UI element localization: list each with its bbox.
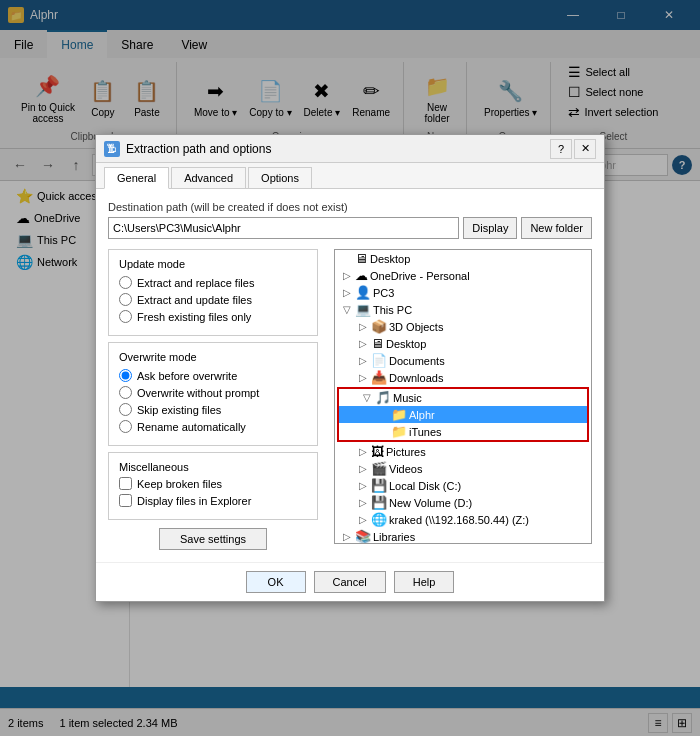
expand-icon: ▽ (359, 392, 375, 403)
documents-icon: 📄 (371, 353, 387, 368)
overwrite-mode-title: Overwrite mode (119, 351, 307, 363)
skip-existing-radio[interactable] (119, 403, 132, 416)
expand-icon: ▷ (355, 338, 371, 349)
tree-view[interactable]: 🖥 Desktop ▷ ☁ OneDrive - Personal ▷ 👤 PC… (334, 249, 592, 544)
tree-item-this-pc[interactable]: ▽ 💻 This PC (335, 301, 591, 318)
tree-item-kraked[interactable]: ▷ 🌐 kraked (\\192.168.50.44) (Z:) (335, 511, 591, 528)
onedrive-tree-icon: ☁ (355, 268, 368, 283)
tree-item-local-disk[interactable]: ▷ 💾 Local Disk (C:) (335, 477, 591, 494)
tree-item-label: OneDrive - Personal (370, 270, 470, 282)
tree-item-pc3[interactable]: ▷ 👤 PC3 (335, 284, 591, 301)
dialog-icon: 🗜 (104, 141, 120, 157)
expand-icon: ▷ (339, 270, 355, 281)
tree-item-label: Libraries (373, 531, 415, 543)
tree-item-label: Music (393, 392, 422, 404)
save-settings-button[interactable]: Save settings (159, 528, 267, 550)
dialog-tab-general[interactable]: General (104, 167, 169, 189)
tree-item-new-volume[interactable]: ▷ 💾 New Volume (D:) (335, 494, 591, 511)
expand-icon: ▽ (339, 304, 355, 315)
misc-box: Miscellaneous Keep broken files Display … (108, 452, 318, 520)
tree-item-3d-objects[interactable]: ▷ 📦 3D Objects (335, 318, 591, 335)
options-column: Update mode Extract and replace files Ex… (108, 249, 318, 550)
new-volume-icon: 💾 (371, 495, 387, 510)
display-in-explorer-option[interactable]: Display files in Explorer (119, 494, 307, 507)
expand-icon: ▷ (355, 514, 371, 525)
expand-icon: ▷ (355, 463, 371, 474)
pc3-icon: 👤 (355, 285, 371, 300)
expand-icon: ▷ (355, 321, 371, 332)
overwrite-no-prompt-radio[interactable] (119, 386, 132, 399)
expand-icon: ▷ (355, 497, 371, 508)
tree-item-label: kraked (\\192.168.50.44) (Z:) (389, 514, 529, 526)
tree-item-desktop[interactable]: ▷ 🖥 Desktop (335, 335, 591, 352)
extract-replace-radio[interactable] (119, 276, 132, 289)
tree-item-label: New Volume (D:) (389, 497, 472, 509)
tree-item-label: Local Disk (C:) (389, 480, 461, 492)
tree-item-videos[interactable]: ▷ 🎬 Videos (335, 460, 591, 477)
kraked-icon: 🌐 (371, 512, 387, 527)
keep-broken-option[interactable]: Keep broken files (119, 477, 307, 490)
extract-update-radio[interactable] (119, 293, 132, 306)
destination-section: Destination path (will be created if doe… (108, 201, 592, 239)
expand-icon: ▷ (355, 372, 371, 383)
this-pc-tree-icon: 💻 (355, 302, 371, 317)
dialog-footer: OK Cancel Help (96, 562, 604, 601)
downloads-icon: 📥 (371, 370, 387, 385)
dialog-title-bar: 🗜 Extraction path and options ? ✕ (96, 135, 604, 163)
new-folder-button-dialog[interactable]: New folder (521, 217, 592, 239)
tree-item-music[interactable]: ▽ 🎵 Music (339, 389, 587, 406)
libraries-icon: 📚 (355, 529, 371, 544)
tree-item-label: Pictures (386, 446, 426, 458)
extract-update-option[interactable]: Extract and update files (119, 293, 307, 306)
tree-item-label: Videos (389, 463, 422, 475)
tree-item-itunes[interactable]: 📁 iTunes (339, 423, 587, 440)
dialog-tabs: General Advanced Options (96, 163, 604, 189)
fresh-existing-option[interactable]: Fresh existing files only (119, 310, 307, 323)
save-btn-row: Save settings (108, 528, 318, 550)
display-in-explorer-check[interactable] (119, 494, 132, 507)
dialog-tab-options[interactable]: Options (248, 167, 312, 188)
ok-button[interactable]: OK (246, 571, 306, 593)
overwrite-no-prompt-option[interactable]: Overwrite without prompt (119, 386, 307, 399)
desktop-icon: 🖥 (371, 336, 384, 351)
music-icon: 🎵 (375, 390, 391, 405)
desktop-top-icon: 🖥 (355, 251, 368, 266)
tree-item-pictures[interactable]: ▷ 🖼 Pictures (335, 443, 591, 460)
tree-item-desktop-top[interactable]: 🖥 Desktop (335, 250, 591, 267)
ask-before-radio[interactable] (119, 369, 132, 382)
tree-item-libraries[interactable]: ▷ 📚 Libraries (335, 528, 591, 544)
skip-existing-option[interactable]: Skip existing files (119, 403, 307, 416)
dialog-body: Destination path (will be created if doe… (96, 189, 604, 562)
expand-icon: ▷ (355, 480, 371, 491)
update-mode-box: Update mode Extract and replace files Ex… (108, 249, 318, 336)
extract-replace-option[interactable]: Extract and replace files (119, 276, 307, 289)
dialog-main-row: Update mode Extract and replace files Ex… (108, 249, 592, 550)
tree-item-alphr[interactable]: 📁 Alphr (339, 406, 587, 423)
rename-auto-option[interactable]: Rename automatically (119, 420, 307, 433)
dialog-close-btn[interactable]: ✕ (574, 139, 596, 159)
rename-auto-radio[interactable] (119, 420, 132, 433)
tree-item-label: PC3 (373, 287, 394, 299)
tree-item-documents[interactable]: ▷ 📄 Documents (335, 352, 591, 369)
tree-item-label: iTunes (409, 426, 442, 438)
ask-before-option[interactable]: Ask before overwrite (119, 369, 307, 382)
tree-item-label: Desktop (370, 253, 410, 265)
misc-title: Miscellaneous (119, 461, 307, 473)
dest-path-row: Display New folder (108, 217, 592, 239)
dialog-help-btn[interactable]: ? (550, 139, 572, 159)
display-button[interactable]: Display (463, 217, 517, 239)
keep-broken-check[interactable] (119, 477, 132, 490)
cancel-button[interactable]: Cancel (314, 571, 386, 593)
overwrite-mode-box: Overwrite mode Ask before overwrite Over… (108, 342, 318, 446)
tree-item-onedrive[interactable]: ▷ ☁ OneDrive - Personal (335, 267, 591, 284)
dialog-title: 🗜 Extraction path and options (104, 141, 271, 157)
tree-item-label: 3D Objects (389, 321, 443, 333)
dialog-tab-advanced[interactable]: Advanced (171, 167, 246, 188)
fresh-existing-radio[interactable] (119, 310, 132, 323)
dest-path-input[interactable] (108, 217, 459, 239)
alphr-folder-icon: 📁 (391, 407, 407, 422)
tree-item-downloads[interactable]: ▷ 📥 Downloads (335, 369, 591, 386)
help-button-footer[interactable]: Help (394, 571, 455, 593)
music-group-highlight: ▽ 🎵 Music 📁 Alphr (337, 387, 589, 442)
dialog-overlay: 🗜 Extraction path and options ? ✕ Genera… (0, 0, 700, 736)
